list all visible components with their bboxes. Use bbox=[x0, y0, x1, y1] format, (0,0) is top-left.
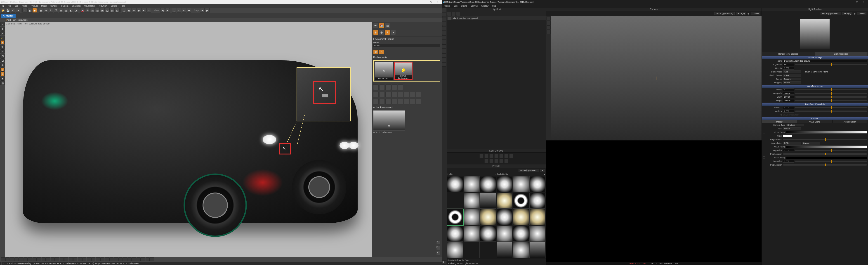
tb-icon-21[interactable]: ⬚ bbox=[172, 8, 176, 13]
tb-cube[interactable]: ◧ bbox=[27, 8, 32, 13]
prop-width[interactable]: 100.00 bbox=[783, 96, 794, 98]
3d-viewport[interactable]: Camera - Acid - non configurable sensor … bbox=[5, 22, 372, 257]
prop-opacity[interactable]: 1.000 bbox=[783, 67, 794, 70]
panel-env-btn[interactable]: ◉ bbox=[373, 30, 378, 35]
htool-10[interactable] bbox=[442, 49, 446, 53]
pegloc-slider[interactable] bbox=[783, 139, 867, 140]
tab-render-settings[interactable]: Render View Settings bbox=[762, 52, 815, 56]
prop-interp-space[interactable]: RGB bbox=[783, 142, 801, 144]
tb-step-prev[interactable]: ◀ bbox=[200, 8, 205, 13]
canvas-exposure[interactable]: 1.0000 bbox=[751, 12, 760, 15]
tool-6[interactable]: ⬒ bbox=[0, 54, 4, 58]
htool-11[interactable] bbox=[442, 53, 446, 57]
prop-brightness[interactable]: 50 bbox=[783, 63, 794, 66]
menu-camera[interactable]: Camera bbox=[60, 5, 70, 7]
side-edit-icon[interactable]: ✎ bbox=[436, 240, 440, 244]
tb-icon-8[interactable]: ◑ bbox=[74, 8, 78, 13]
tb-icon-5[interactable]: ▤ bbox=[59, 8, 63, 13]
prop-hu[interactable]: 0.000 bbox=[783, 106, 794, 109]
cvtool-1[interactable] bbox=[547, 16, 551, 20]
prop-cookie[interactable]: Square bbox=[783, 78, 801, 80]
panel-tab-1[interactable]: 👁 bbox=[373, 23, 378, 28]
preset-selected[interactable] bbox=[447, 209, 463, 225]
panel-tab-library[interactable]: 📚 bbox=[379, 23, 384, 28]
hdrls-minimize[interactable]: — bbox=[847, 1, 854, 3]
presets-menu-icon[interactable]: ▾ bbox=[540, 169, 545, 172]
preview-channel[interactable]: RGB(A) bbox=[842, 12, 852, 15]
value-ramp[interactable] bbox=[786, 145, 867, 148]
menu-surface[interactable]: Surface bbox=[49, 5, 59, 7]
preset-cat-lights[interactable]: Lights bbox=[447, 173, 494, 175]
hdr-canvas[interactable] bbox=[551, 16, 762, 140]
ll-btn-2[interactable] bbox=[452, 12, 456, 16]
htool-7[interactable] bbox=[442, 35, 446, 39]
htool-4[interactable] bbox=[442, 22, 446, 26]
section-transform-ext[interactable]: Transform (Extended) bbox=[762, 103, 868, 106]
light-row-default-bg[interactable]: Default Gradient Background bbox=[447, 16, 546, 20]
canvas-target-icon[interactable]: ◎ bbox=[747, 12, 749, 15]
prop-interp-curve[interactable]: Cosine bbox=[802, 142, 820, 144]
tb-redo[interactable]: ↷ bbox=[16, 8, 20, 13]
section-content[interactable]: Content bbox=[762, 117, 868, 120]
tb-icon-20[interactable]: ○ bbox=[147, 8, 151, 13]
hmenu-window[interactable]: Window bbox=[480, 5, 490, 7]
tb-icon-7[interactable]: ◐ bbox=[69, 8, 73, 13]
tb-step-next[interactable]: ▶ bbox=[205, 8, 210, 13]
invert-checkbox[interactable] bbox=[802, 71, 804, 73]
tool-wand[interactable]: ✨ bbox=[0, 36, 4, 40]
color-ramp[interactable] bbox=[786, 131, 867, 134]
tool-10[interactable]: ◒ bbox=[0, 72, 4, 76]
ll-btn-1[interactable] bbox=[447, 12, 451, 16]
prop-blendmode[interactable]: Add bbox=[783, 71, 801, 73]
menu-model[interactable]: Model bbox=[40, 5, 49, 7]
panel-mat-btn[interactable]: ◐ bbox=[379, 30, 384, 35]
tb-open[interactable]: 📂 bbox=[1, 8, 5, 13]
side-delete-icon[interactable]: ✕ bbox=[436, 251, 440, 255]
tool-12[interactable]: ▦ bbox=[0, 81, 4, 85]
tool-move[interactable]: ✥ bbox=[0, 27, 4, 31]
ctab-alphamult[interactable]: Alpha Multiply bbox=[833, 120, 868, 123]
htool-2[interactable] bbox=[442, 13, 446, 17]
tb-icon-11[interactable]: ⬒ bbox=[100, 8, 105, 13]
bt-1[interactable] bbox=[1, 257, 5, 261]
menu-edit[interactable]: Edit bbox=[13, 5, 20, 7]
menu-viewport[interactable]: Viewport bbox=[98, 5, 108, 7]
preserve-alpha-checkbox[interactable] bbox=[811, 71, 813, 73]
tb-icon-15[interactable]: ▢ bbox=[122, 8, 126, 13]
tb-view-prev[interactable]: ◀ bbox=[160, 8, 165, 13]
preview-target-icon[interactable]: ◎ bbox=[854, 12, 856, 15]
preset-item[interactable] bbox=[447, 176, 463, 192]
tb-icon-3[interactable]: ↻ bbox=[49, 8, 53, 13]
tool-7[interactable]: ⬓ bbox=[0, 58, 4, 62]
htool-9[interactable] bbox=[442, 45, 446, 49]
preset-cat-studio[interactable]: StudioLights bbox=[497, 173, 543, 175]
hmenu-canvas[interactable]: Canvas bbox=[469, 5, 479, 7]
menu-snapshot[interactable]: Snapshot bbox=[70, 5, 82, 7]
menu-visualization[interactable]: Visualization bbox=[83, 5, 97, 7]
htool-trash[interactable]: 🗑 bbox=[442, 261, 446, 265]
tb-save[interactable]: 💾 bbox=[6, 8, 10, 13]
tb-icon-10[interactable]: ◫ bbox=[95, 8, 100, 13]
tool-paint[interactable]: 🖌 bbox=[0, 31, 4, 35]
env-action-1[interactable]: ◉ bbox=[373, 49, 378, 54]
tb-matter[interactable]: ◉ bbox=[32, 8, 37, 13]
ctab-master[interactable]: Master bbox=[762, 120, 797, 123]
prop-content-type[interactable]: Gradient bbox=[786, 124, 804, 126]
prop-mapping[interactable]: Planar bbox=[783, 81, 801, 84]
canvas-colorspace[interactable]: sRGB (rgbMonitor) bbox=[714, 12, 735, 15]
prop-lat[interactable]: 0.00 bbox=[783, 88, 794, 91]
preview-colorspace[interactable]: sRGB (rgbMonitor) bbox=[820, 12, 841, 15]
tb-icon-18[interactable]: ◉ bbox=[136, 8, 141, 13]
matter-tab[interactable]: Matter bbox=[1, 14, 16, 18]
tb-icon-9[interactable]: ◳ bbox=[90, 8, 95, 13]
prop-hv[interactable]: 0.000 bbox=[783, 110, 794, 112]
panel-sun-btn[interactable]: ☀ bbox=[385, 30, 390, 35]
prop-gradient-type[interactable]: Linear bbox=[783, 127, 801, 130]
menu-product[interactable]: Product bbox=[29, 5, 39, 7]
htool-8[interactable] bbox=[442, 40, 446, 44]
ll-btn-3[interactable] bbox=[456, 12, 460, 16]
active-env-thumbnail[interactable]: ☀ bbox=[373, 110, 405, 131]
env-item-hdrls[interactable]: 💡 HDRLS Environment bbox=[394, 61, 412, 80]
tool-8[interactable]: ◐ bbox=[0, 63, 4, 67]
section-transform-core[interactable]: Transform (Core) bbox=[762, 85, 868, 88]
